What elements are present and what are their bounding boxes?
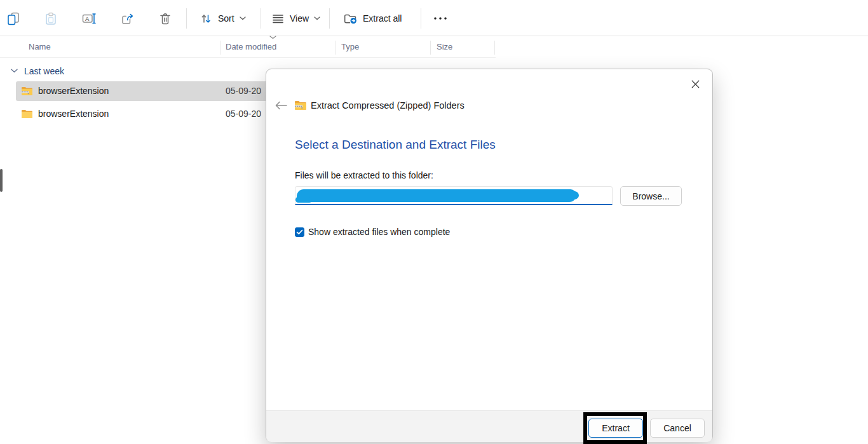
file-name: browserExtension bbox=[38, 109, 109, 119]
destination-label: Files will be extracted to this folder: bbox=[295, 170, 433, 180]
toolbar-separator bbox=[186, 8, 187, 29]
extract-dialog: Extract Compressed (Zipped) Folders Sele… bbox=[266, 69, 713, 442]
rename-icon: A bbox=[81, 11, 97, 25]
chevron-down-icon bbox=[314, 17, 320, 20]
more-options-button[interactable] bbox=[427, 5, 454, 32]
scrollbar-thumb[interactable] bbox=[0, 169, 3, 192]
view-label: View bbox=[290, 13, 309, 24]
paste-icon bbox=[44, 11, 58, 25]
back-button[interactable] bbox=[271, 96, 290, 115]
close-button[interactable] bbox=[686, 74, 705, 93]
file-name: browserExtension bbox=[38, 86, 109, 96]
column-header-type[interactable]: Type bbox=[341, 42, 359, 51]
toolbar-separator bbox=[261, 8, 261, 29]
file-explorer-window: A bbox=[0, 0, 868, 444]
file-date-modified: 05-09-20 bbox=[226, 109, 261, 119]
column-separator[interactable] bbox=[336, 41, 336, 55]
view-icon bbox=[271, 11, 285, 25]
cancel-button-label: Cancel bbox=[663, 423, 691, 433]
browse-button-label: Browse... bbox=[632, 191, 669, 201]
file-date-modified: 05-09-20 bbox=[226, 86, 261, 96]
column-separator[interactable] bbox=[220, 41, 221, 55]
sort-direction-chevron-icon bbox=[269, 36, 276, 39]
show-extracted-files-checkbox-row[interactable]: Show extracted files when complete bbox=[295, 227, 450, 237]
toolbar: A bbox=[0, 0, 868, 36]
group-collapse-chevron-icon[interactable] bbox=[11, 69, 18, 73]
browse-button[interactable]: Browse... bbox=[620, 186, 682, 206]
checkbox-label[interactable]: Show extracted files when complete bbox=[308, 227, 450, 237]
extract-all-label: Extract all bbox=[363, 13, 402, 24]
checkbox-checked[interactable] bbox=[295, 227, 304, 237]
folder-icon bbox=[21, 109, 33, 119]
checkmark-icon bbox=[296, 229, 303, 235]
dialog-title: Extract Compressed (Zipped) Folders bbox=[311, 100, 465, 111]
zipped-folder-icon bbox=[294, 100, 307, 111]
trash-icon bbox=[158, 11, 172, 25]
extract-all-icon bbox=[343, 11, 358, 26]
extract-button[interactable]: Extract bbox=[588, 419, 643, 438]
extract-all-button[interactable]: Extract all bbox=[337, 5, 408, 32]
redaction-marker bbox=[297, 189, 576, 202]
chevron-down-icon bbox=[240, 17, 246, 20]
zipped-folder-icon bbox=[21, 86, 33, 96]
column-header-name[interactable]: Name bbox=[29, 42, 51, 51]
column-separator[interactable] bbox=[494, 41, 495, 55]
cancel-button[interactable]: Cancel bbox=[650, 419, 705, 438]
group-header-last-week[interactable]: Last week bbox=[24, 66, 64, 76]
copy-icon bbox=[6, 11, 20, 25]
destination-path-input[interactable] bbox=[295, 186, 613, 205]
rename-button[interactable]: A bbox=[76, 5, 102, 32]
column-header-row: Name Date modified Type Size bbox=[0, 37, 496, 58]
sort-menu-button[interactable]: Sort bbox=[193, 5, 252, 32]
column-header-size[interactable]: Size bbox=[437, 42, 452, 51]
copy-button[interactable] bbox=[0, 5, 27, 32]
paste-button[interactable] bbox=[37, 5, 64, 32]
column-separator[interactable] bbox=[430, 41, 431, 55]
close-icon bbox=[691, 79, 700, 89]
svg-text:A: A bbox=[85, 15, 90, 22]
view-menu-button[interactable]: View bbox=[265, 5, 327, 32]
column-header-date-modified[interactable]: Date modified bbox=[226, 42, 276, 51]
extract-button-label: Extract bbox=[602, 423, 630, 433]
dialog-heading: Select a Destination and Extract Files bbox=[295, 138, 496, 152]
sort-label: Sort bbox=[218, 13, 234, 24]
share-button[interactable] bbox=[114, 5, 140, 32]
toolbar-separator bbox=[421, 8, 421, 29]
back-arrow-icon bbox=[275, 100, 288, 111]
share-icon bbox=[120, 11, 135, 25]
toolbar-separator bbox=[329, 8, 330, 29]
more-icon bbox=[433, 17, 447, 20]
sort-icon bbox=[199, 11, 213, 25]
delete-button[interactable] bbox=[152, 5, 179, 32]
